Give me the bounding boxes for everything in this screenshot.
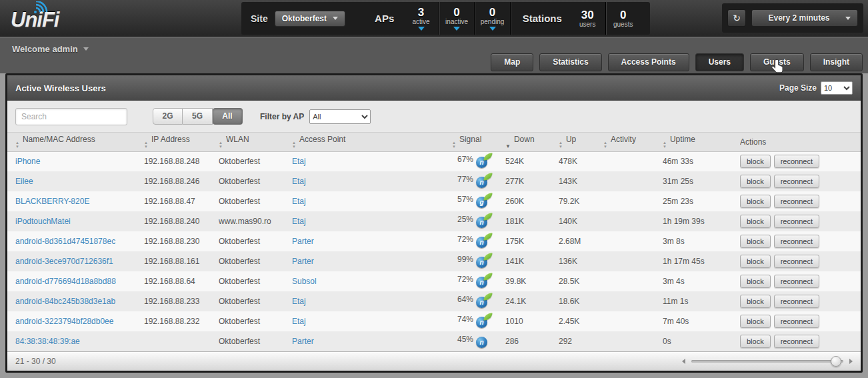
table-row: BLACKBERRY-820E 192.168.88.47 Oktoberfes… xyxy=(7,191,861,211)
col-header-signal[interactable]: Signal xyxy=(452,133,505,151)
client-name-link[interactable]: android-8d361d47451878ec xyxy=(15,237,115,246)
horizontal-scrollbar[interactable] xyxy=(682,356,853,367)
access-point-link[interactable]: Subsol xyxy=(292,277,317,286)
actions-cell: blockreconnect xyxy=(740,211,861,231)
client-name-link[interactable]: iPhone xyxy=(15,157,40,166)
ap-filter-select[interactable]: All xyxy=(309,109,371,124)
client-name-link[interactable]: android-84bc245b38d3e1ab xyxy=(15,297,115,306)
reconnect-button[interactable]: reconnect xyxy=(774,315,819,328)
wlan-cell: Oktoberfest xyxy=(219,151,292,171)
client-name-link[interactable]: BLACKBERRY-820E xyxy=(15,197,89,206)
reconnect-button[interactable]: reconnect xyxy=(774,255,819,268)
client-name-link[interactable]: android-3223794bf28db0ee xyxy=(15,317,113,326)
block-button[interactable]: block xyxy=(740,175,771,188)
block-button[interactable]: block xyxy=(740,195,771,208)
top-header: UniFi Site Oktoberfest APs 3 active 0 in… xyxy=(0,0,868,37)
activity-cell xyxy=(603,191,663,211)
tab-users[interactable]: Users xyxy=(695,53,744,71)
table-row: android-3223794bf28db0ee 192.168.88.232 … xyxy=(7,311,861,331)
ap-stat-active: 3 active xyxy=(403,7,439,31)
col-header-activity[interactable]: Activity xyxy=(603,133,663,151)
access-point-link[interactable]: Parter xyxy=(292,257,314,266)
col-header-down[interactable]: Down xyxy=(505,133,559,151)
tab-map[interactable]: Map xyxy=(491,53,533,71)
down-cell: 260K xyxy=(505,191,559,211)
refresh-controls: ↻ Every 2 minutes xyxy=(722,3,863,33)
client-name-link[interactable]: android-3ece970d712636f1 xyxy=(15,257,113,266)
tab-insight[interactable]: Insight xyxy=(810,53,863,71)
radio-badge-icon: n xyxy=(476,297,487,308)
block-button[interactable]: block xyxy=(740,275,771,288)
band-filter-2g[interactable]: 2G xyxy=(153,108,183,125)
access-point-link[interactable]: Etaj xyxy=(292,217,306,226)
tab-statistics[interactable]: Statistics xyxy=(539,53,601,71)
user-menu[interactable]: Welcome admin xyxy=(12,44,89,54)
col-header-access-point[interactable]: Access Point xyxy=(292,133,452,151)
tab-access-points[interactable]: Access Points xyxy=(608,53,689,71)
client-name-link[interactable]: Eilee xyxy=(15,177,33,186)
access-point-link[interactable]: Etaj xyxy=(292,317,306,326)
reconnect-button[interactable]: reconnect xyxy=(774,195,819,208)
access-point-link[interactable]: Etaj xyxy=(292,297,306,306)
access-point-link[interactable]: Parter xyxy=(292,237,314,246)
reconnect-button[interactable]: reconnect xyxy=(774,335,819,348)
scrollbar-thumb[interactable] xyxy=(831,356,841,367)
ip-cell: 192.168.88.248 xyxy=(144,151,219,171)
client-name-link[interactable]: iPodtouchMatei xyxy=(15,217,71,226)
col-header-up[interactable]: Up xyxy=(559,133,603,151)
dropdown-triangle-icon[interactable] xyxy=(418,27,425,31)
actions-cell: blockreconnect xyxy=(740,171,861,191)
block-button[interactable]: block xyxy=(740,155,771,168)
reconnect-button[interactable]: reconnect xyxy=(774,175,819,188)
ip-cell: 192.168.88.246 xyxy=(144,171,219,191)
col-header-wlan[interactable]: WLAN xyxy=(219,133,292,151)
page-size-select[interactable]: 10 xyxy=(821,81,853,95)
client-name-link[interactable]: android-d776694d18a8bd88 xyxy=(15,277,116,286)
block-button[interactable]: block xyxy=(740,255,771,268)
actions-cell: blockreconnect xyxy=(740,291,861,311)
block-button[interactable]: block xyxy=(740,315,771,328)
leaf-icon xyxy=(483,192,492,201)
reconnect-button[interactable]: reconnect xyxy=(774,295,819,308)
access-point-link[interactable]: Etaj xyxy=(292,157,306,166)
scroll-right-icon[interactable] xyxy=(849,359,853,364)
client-name-link[interactable]: 84:38:38:48:39:ae xyxy=(15,337,80,346)
block-button[interactable]: block xyxy=(740,235,771,248)
col-header-name[interactable]: Name/MAC Address xyxy=(7,133,144,151)
access-point-link[interactable]: Etaj xyxy=(292,177,306,186)
uptime-cell: 46m 33s xyxy=(663,151,740,171)
access-point-link[interactable]: Parter xyxy=(292,337,314,346)
leaf-icon xyxy=(483,212,492,221)
ip-cell: 192.168.88.64 xyxy=(144,271,219,291)
block-button[interactable]: block xyxy=(740,295,771,308)
reconnect-button[interactable]: reconnect xyxy=(774,215,819,228)
reconnect-button[interactable]: reconnect xyxy=(774,275,819,288)
site-selector-dropdown[interactable]: Oktoberfest xyxy=(275,11,345,27)
search-input[interactable] xyxy=(15,108,127,125)
up-cell: 292 xyxy=(559,331,603,351)
col-header-ip[interactable]: IP Address xyxy=(144,133,219,151)
wlan-cell: Oktoberfest xyxy=(219,271,292,291)
band-filter-5g[interactable]: 5G xyxy=(183,108,213,125)
band-filter-all[interactable]: All xyxy=(213,108,243,125)
reconnect-button[interactable]: reconnect xyxy=(774,235,819,248)
down-cell: 524K xyxy=(505,151,559,171)
col-header-uptime[interactable]: Uptime xyxy=(663,133,740,151)
page-size-label: Page Size xyxy=(779,83,817,93)
leaf-icon xyxy=(483,272,492,281)
ap-stat-pending: 0 pending xyxy=(475,7,510,31)
scrollbar-track[interactable] xyxy=(691,360,843,363)
dropdown-triangle-icon[interactable] xyxy=(453,27,460,31)
reconnect-button[interactable]: reconnect xyxy=(774,155,819,168)
tab-guests[interactable]: Guests xyxy=(750,53,804,71)
scroll-left-icon[interactable] xyxy=(682,359,685,364)
refresh-interval-dropdown[interactable]: Every 2 minutes xyxy=(751,9,858,27)
dropdown-triangle-icon[interactable] xyxy=(489,27,496,31)
uptime-cell: 0s xyxy=(663,331,740,351)
activity-cell xyxy=(603,291,663,311)
block-button[interactable]: block xyxy=(740,335,771,348)
block-button[interactable]: block xyxy=(740,215,771,228)
signal-cell: 72%n xyxy=(452,271,505,291)
access-point-link[interactable]: Etaj xyxy=(292,197,306,206)
refresh-button[interactable]: ↻ xyxy=(727,9,746,27)
